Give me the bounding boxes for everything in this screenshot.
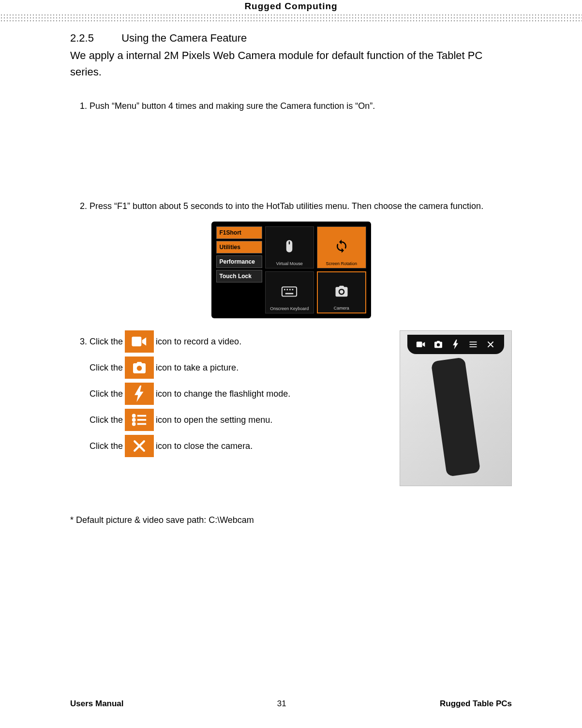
toolbar-settings-icon bbox=[467, 338, 479, 351]
toolbar-video-icon bbox=[415, 338, 427, 351]
svg-rect-2 bbox=[287, 289, 288, 290]
hottab-touchlock-label: Touch Lock bbox=[216, 270, 262, 282]
footer-page-number: 31 bbox=[277, 699, 286, 709]
video-record-icon bbox=[125, 330, 154, 353]
section-number: 2.2.5 bbox=[70, 32, 119, 45]
step-3: Click the icon to record a video. Click … bbox=[90, 330, 512, 486]
icon-line-close: Click the icon to close the camera. bbox=[90, 435, 390, 457]
svg-point-7 bbox=[137, 366, 142, 371]
hottab-tile-camera: Camera bbox=[317, 271, 366, 313]
section-title: Using the Camera Feature bbox=[121, 32, 247, 44]
toolbar-close-icon bbox=[484, 338, 497, 351]
section-intro: We apply a internal 2M Pixels Web Camera… bbox=[70, 47, 512, 80]
step-1: Push “Menu” button 4 times and making su… bbox=[90, 100, 512, 113]
default-path-note: * Default picture & video save path: C:\… bbox=[70, 515, 512, 525]
mouse-icon bbox=[282, 239, 297, 253]
hottab-tile-screen-rotation: Screen Rotation bbox=[317, 226, 366, 268]
icon-line-photo: Click the icon to take a picture. bbox=[90, 357, 390, 379]
svg-rect-5 bbox=[285, 293, 294, 294]
svg-rect-16 bbox=[417, 342, 422, 347]
step-2: Press “F1” button about 5 seconds to int… bbox=[90, 200, 512, 213]
icon-line-settings: Click the icon to open the setting menu. bbox=[90, 409, 390, 431]
icon-line-video: Click the icon to record a video. bbox=[90, 330, 390, 353]
rotation-icon bbox=[334, 239, 349, 253]
page-footer: Users Manual 31 Rugged Table PCs bbox=[70, 699, 512, 709]
svg-point-8 bbox=[133, 415, 135, 417]
settings-menu-icon bbox=[125, 409, 154, 431]
section-heading: 2.2.5 Using the Camera Feature bbox=[70, 32, 512, 45]
keyboard-icon bbox=[281, 286, 298, 297]
close-camera-icon bbox=[125, 435, 154, 457]
svg-rect-1 bbox=[284, 289, 285, 290]
footer-left: Users Manual bbox=[70, 699, 124, 709]
camera-icon bbox=[334, 284, 349, 298]
hottab-tile-virtual-mouse: Virtual Mouse bbox=[265, 226, 314, 268]
svg-rect-6 bbox=[132, 337, 141, 346]
hottab-tile-onscreen-keyboard: Onscreen Keyboard bbox=[265, 271, 314, 313]
take-photo-icon bbox=[125, 357, 154, 379]
icon-line-flash: Click the icon to change the flashlight … bbox=[90, 383, 390, 405]
header-title: Rugged Computing bbox=[0, 0, 582, 12]
camera-toolbar-photo bbox=[400, 330, 512, 486]
svg-point-12 bbox=[133, 423, 135, 425]
toolbar-flash-icon bbox=[449, 338, 462, 351]
hottab-f1-label: F1Short bbox=[216, 226, 262, 239]
svg-rect-4 bbox=[292, 289, 294, 290]
hottab-menu-figure: F1Short Utilities Performance Touch Lock… bbox=[211, 222, 371, 318]
decorative-dots bbox=[0, 14, 582, 22]
flash-mode-icon bbox=[125, 383, 154, 405]
svg-point-10 bbox=[133, 419, 135, 421]
svg-point-17 bbox=[437, 343, 440, 346]
hottab-utilities-label: Utilities bbox=[216, 241, 262, 253]
svg-rect-0 bbox=[282, 287, 297, 296]
toolbar-photo-icon bbox=[432, 338, 445, 351]
hottab-performance-label: Performance bbox=[216, 255, 262, 268]
footer-right: Rugged Table PCs bbox=[440, 699, 512, 709]
svg-rect-3 bbox=[289, 289, 291, 290]
